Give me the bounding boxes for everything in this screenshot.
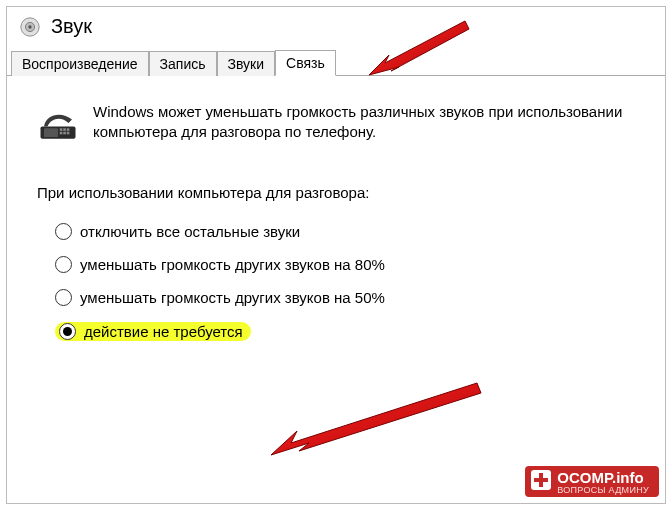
description-row: Windows может уменьшать громкость различ…	[37, 102, 645, 144]
option-label: уменьшать громкость других звуков на 80%	[80, 256, 385, 273]
plus-icon	[531, 470, 551, 490]
svg-rect-10	[67, 132, 70, 135]
watermark-sub: ВОПРОСЫ АДМИНУ	[557, 486, 649, 495]
radio-icon	[59, 323, 76, 340]
annotation-arrow-option	[267, 377, 487, 467]
svg-rect-4	[44, 128, 58, 137]
option-reduce-50[interactable]: уменьшать громкость других звуков на 50%	[55, 289, 645, 306]
sound-settings-window: Звук Воспроизведение Запись Звуки Связь …	[6, 6, 666, 504]
tab-communications[interactable]: Связь	[275, 50, 336, 76]
option-label: уменьшать громкость других звуков на 50%	[80, 289, 385, 306]
svg-rect-9	[63, 132, 66, 135]
title-bar: Звук	[7, 7, 665, 48]
option-do-nothing[interactable]: действие не требуется	[55, 322, 645, 341]
highlight-selected: действие не требуется	[55, 322, 251, 341]
window-title: Звук	[51, 15, 92, 38]
watermark: OCOMP.info ВОПРОСЫ АДМИНУ	[525, 466, 659, 497]
radio-icon	[55, 256, 72, 273]
radio-icon	[55, 289, 72, 306]
svg-rect-6	[63, 128, 66, 131]
svg-rect-7	[67, 128, 70, 131]
phone-icon	[37, 102, 79, 144]
option-label: отключить все остальные звуки	[80, 223, 300, 240]
tab-playback[interactable]: Воспроизведение	[11, 51, 149, 76]
option-label: действие не требуется	[84, 323, 243, 340]
radio-group: отключить все остальные звуки уменьшать …	[55, 223, 645, 341]
option-reduce-80[interactable]: уменьшать громкость других звуков на 80%	[55, 256, 645, 273]
options-heading: При использовании компьютера для разгово…	[37, 184, 645, 201]
tab-strip: Воспроизведение Запись Звуки Связь	[7, 48, 665, 76]
speaker-icon	[19, 16, 41, 38]
svg-rect-5	[60, 128, 63, 131]
svg-marker-12	[271, 383, 481, 455]
tab-recording[interactable]: Запись	[149, 51, 217, 76]
svg-point-2	[28, 25, 31, 28]
radio-icon	[55, 223, 72, 240]
watermark-main: OCOMP.info	[557, 469, 643, 486]
tab-content-communications: Windows может уменьшать громкость различ…	[7, 76, 665, 367]
option-mute-all[interactable]: отключить все остальные звуки	[55, 223, 645, 240]
svg-rect-8	[60, 132, 63, 135]
tab-sounds[interactable]: Звуки	[217, 51, 276, 76]
description-text: Windows может уменьшать громкость различ…	[93, 102, 645, 143]
